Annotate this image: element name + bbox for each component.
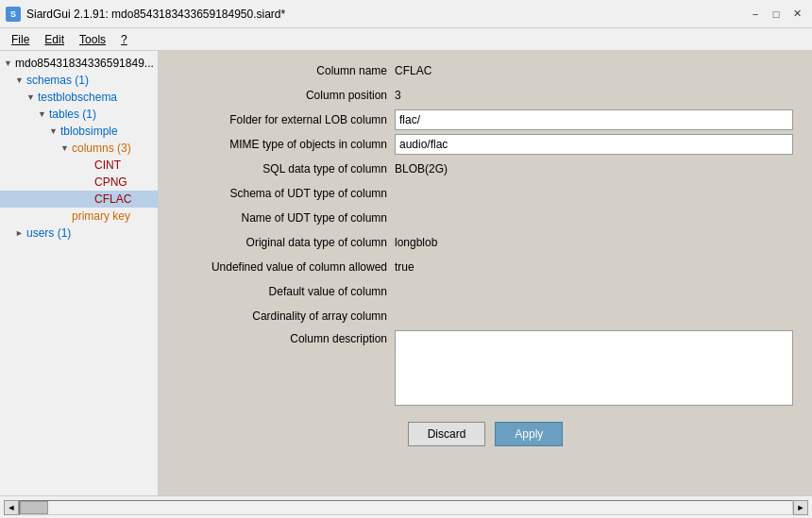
input-mime-type-container — [395, 134, 793, 155]
sidebar-item-schemas[interactable]: ▼ schemas (1) — [0, 72, 158, 89]
label-cardinality: Cardinality of array column — [178, 309, 395, 323]
tree-arrow: ▼ — [38, 109, 49, 119]
sidebar-item-tblobsimple[interactable]: ▼ tblobsimple — [0, 123, 158, 140]
form-row-folder-lob: Folder for external LOB column — [178, 109, 793, 130]
sidebar-item-columns[interactable]: ▼ columns (3) — [0, 140, 158, 157]
label-undefined-allowed: Undefined value of column allowed — [178, 260, 395, 274]
title-bar-controls: − □ ✕ — [746, 5, 806, 24]
button-area: Discard Apply — [178, 412, 793, 456]
textarea-description-container — [395, 330, 793, 409]
maximize-button[interactable]: □ — [767, 5, 786, 24]
sidebar-item-label: primary key — [72, 209, 130, 223]
minimize-button[interactable]: − — [746, 5, 765, 24]
label-original-type: Original data type of column — [178, 236, 395, 249]
label-column-position: Column position — [178, 89, 395, 102]
label-name-udt: Name of UDT type of column — [178, 211, 395, 225]
scrollbar-thumb — [20, 501, 48, 514]
form-row-schema-udt: Schema of UDT type of column — [178, 183, 793, 204]
sidebar-item-primarykey[interactable]: primary key — [0, 208, 158, 225]
tree-arrow: ► — [15, 228, 26, 238]
form-row-mime-type: MIME type of objects in column — [178, 134, 793, 155]
sidebar-item-label: users (1) — [26, 226, 71, 240]
app-icon: S — [6, 7, 21, 22]
sidebar: ▼ mdo85431834336591849... ▼ schemas (1) … — [0, 51, 159, 495]
menu-tools[interactable]: Tools — [72, 31, 113, 48]
menu-bar: File Edit Tools ? — [0, 28, 812, 51]
form-row-description: Column description — [178, 330, 793, 409]
value-original-type: longblob — [395, 236, 793, 249]
form-row-name-udt: Name of UDT type of column — [178, 208, 793, 228]
sidebar-item-label: columns (3) — [72, 142, 131, 155]
sidebar-item-tables[interactable]: ▼ tables (1) — [0, 106, 158, 123]
scroll-right-button[interactable]: ► — [793, 500, 808, 515]
form-row-undefined-allowed: Undefined value of column allowed true — [178, 257, 793, 277]
sidebar-item-label: CFLAC — [94, 192, 131, 206]
form-row-column-position: Column position 3 — [178, 85, 793, 106]
sidebar-item-label: tables (1) — [49, 108, 96, 121]
sidebar-item-label: CPNG — [94, 175, 127, 189]
form-row-cardinality: Cardinality of array column — [178, 306, 793, 326]
input-folder-lob[interactable] — [395, 109, 793, 130]
sidebar-item-label: tblobsimple — [60, 125, 118, 138]
scrollbar[interactable] — [19, 500, 793, 515]
value-column-position: 3 — [395, 89, 793, 102]
sidebar-item-root[interactable]: ▼ mdo85431834336591849... — [0, 55, 158, 72]
label-sql-type: SQL data type of column — [178, 162, 395, 175]
tree-arrow: ▼ — [15, 75, 26, 85]
sidebar-item-cpng[interactable]: CPNG — [0, 174, 158, 191]
tree-arrow: ▼ — [26, 92, 38, 102]
title-bar-left: S SiardGui 2.1.91: mdo854318343365918495… — [6, 7, 285, 22]
main-container: ▼ mdo85431834336591849... ▼ schemas (1) … — [0, 51, 812, 495]
content-area: Column name CFLAC Column position 3 Fold… — [159, 51, 812, 495]
sidebar-item-label: mdo85431834336591849... — [15, 57, 154, 70]
label-mime-type: MIME type of objects in column — [178, 138, 395, 151]
scroll-left-button[interactable]: ◄ — [4, 500, 19, 515]
sidebar-item-cint[interactable]: CINT — [0, 157, 158, 174]
label-schema-udt: Schema of UDT type of column — [178, 187, 395, 200]
sidebar-item-label: CINT — [94, 159, 121, 172]
menu-help[interactable]: ? — [113, 31, 135, 48]
form-row-sql-type: SQL data type of column BLOB(2G) — [178, 159, 793, 179]
tree-arrow: ▼ — [60, 143, 72, 153]
sidebar-item-cflac[interactable]: CFLAC — [0, 191, 158, 208]
close-button[interactable]: ✕ — [787, 5, 806, 24]
discard-button[interactable]: Discard — [408, 422, 486, 446]
value-column-name: CFLAC — [395, 64, 793, 77]
tree-arrow: ▼ — [4, 58, 15, 68]
label-default-value: Default value of column — [178, 285, 395, 298]
window-title: SiardGui 2.1.91: mdo8543183433659184950.… — [26, 8, 285, 21]
status-bar: ◄ ► — [0, 495, 812, 518]
label-folder-lob: Folder for external LOB column — [178, 113, 395, 126]
sidebar-item-testblobschema[interactable]: ▼ testblobschema — [0, 89, 158, 106]
textarea-description[interactable] — [395, 330, 793, 406]
label-description: Column description — [178, 330, 395, 345]
form-row-original-type: Original data type of column longblob — [178, 232, 793, 253]
label-column-name: Column name — [178, 64, 395, 77]
tree-arrow: ▼ — [49, 126, 60, 136]
form-row-column-name: Column name CFLAC — [178, 60, 793, 81]
title-bar: S SiardGui 2.1.91: mdo854318343365918495… — [0, 0, 812, 28]
value-sql-type: BLOB(2G) — [395, 162, 793, 175]
menu-file[interactable]: File — [4, 31, 37, 48]
form-row-default-value: Default value of column — [178, 281, 793, 302]
input-mime-type[interactable] — [395, 134, 793, 155]
menu-edit[interactable]: Edit — [37, 31, 72, 48]
sidebar-item-label: testblobschema — [38, 91, 117, 104]
value-undefined-allowed: true — [395, 260, 793, 274]
sidebar-item-label: schemas (1) — [26, 74, 89, 87]
sidebar-item-users[interactable]: ► users (1) — [0, 225, 158, 242]
input-folder-lob-container — [395, 109, 793, 130]
apply-button[interactable]: Apply — [495, 422, 563, 446]
